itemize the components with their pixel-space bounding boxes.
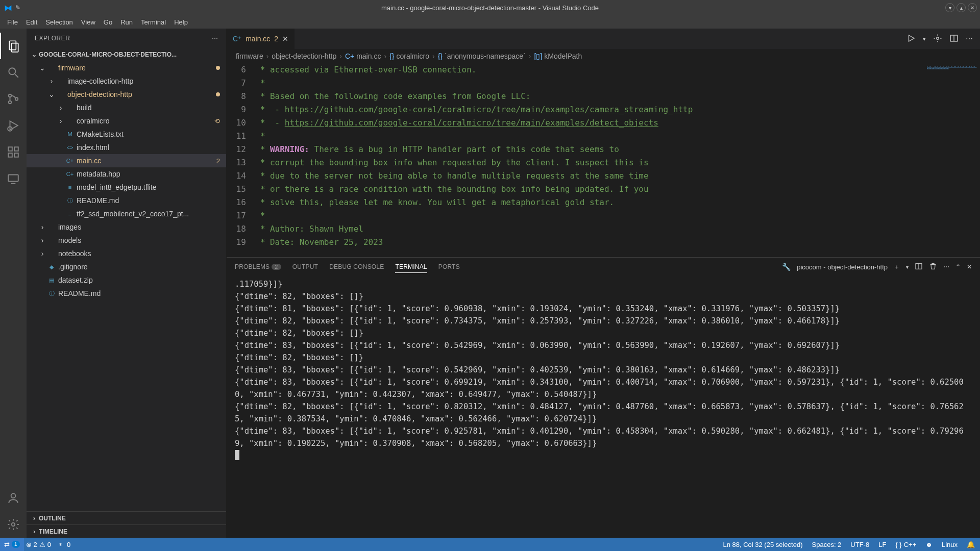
more-icon[interactable]: ⋯ (966, 35, 973, 43)
chevron-right-icon: › (38, 223, 47, 231)
menu-edit[interactable]: Edit (22, 18, 41, 26)
status-ports[interactable]: ᯤ0 (58, 541, 70, 548)
file-icon: C+ (65, 158, 75, 164)
run-icon[interactable] (906, 34, 916, 44)
tree-label: main.cc (77, 157, 213, 165)
tab-problems[interactable]: PROBLEMS2 (235, 261, 281, 272)
status-os[interactable]: Linux (942, 541, 958, 548)
folder-root[interactable]: ⌄ GOOGLE-CORAL-MICRO-OBJECT-DETECTIO... (27, 48, 226, 61)
folder-image-collection-http[interactable]: ›image-collection-http (27, 74, 226, 88)
svg-marker-17 (909, 35, 915, 41)
remote-indicator[interactable]: ⇄1 (0, 538, 24, 551)
settings-gear-icon[interactable] (0, 511, 27, 538)
menu-run[interactable]: Run (116, 18, 137, 26)
status-eol[interactable]: LF (878, 541, 886, 548)
maximize-button[interactable]: ▴ (957, 3, 966, 12)
tab-output[interactable]: OUTPUT (292, 261, 318, 272)
tree-label: object-detection-http (67, 90, 213, 98)
tree-label: tf2_ssd_mobilenet_v2_coco17_pt... (77, 210, 220, 218)
file-dataset-zip[interactable]: ▤dataset.zip (27, 273, 226, 287)
svg-point-5 (9, 101, 11, 104)
close-tab-icon[interactable]: ✕ (282, 35, 288, 43)
status-selection[interactable]: Ln 88, Col 32 (25 selected) (723, 541, 802, 548)
menu-view[interactable]: View (77, 18, 100, 26)
menu-go[interactable]: Go (100, 18, 116, 26)
folder-coralmicro[interactable]: ›coralmicro⟲ (27, 114, 226, 128)
folder-build[interactable]: ›build (27, 101, 226, 114)
status-spaces[interactable]: Spaces: 2 (812, 541, 842, 548)
chevron-down-icon: ⌄ (30, 51, 39, 58)
remote-explorer-icon[interactable] (0, 165, 27, 192)
file-metadata-hpp[interactable]: C+metadata.hpp (27, 167, 226, 181)
tree-label: CMakeLists.txt (77, 130, 220, 138)
search-icon[interactable] (0, 59, 27, 86)
file-index-html[interactable]: <>index.html (27, 141, 226, 154)
menu-file[interactable]: File (3, 18, 22, 26)
notifications-icon[interactable]: 🔔 (967, 541, 975, 548)
file-model-int8-edgetpu-tflite[interactable]: ≡model_int8_edgetpu.tflite (27, 181, 226, 194)
outline-section[interactable]: › OUTLINE (27, 511, 226, 524)
status-errors[interactable]: ⊗2⚠0 (26, 541, 51, 548)
more-icon[interactable]: ⋯ (943, 263, 949, 270)
folder-firmware[interactable]: ⌄firmware (27, 61, 226, 74)
menu-terminal[interactable]: Terminal (137, 18, 170, 26)
minimap[interactable]: █▃▄▅▇█▃▄ ▃▄▅▇█▃▄▅█▃▄▅▇█▃▄▅▇█▃▄▅▇█▃▄█▃▄▅▇… (924, 63, 980, 257)
close-panel-icon[interactable]: ✕ (967, 263, 972, 270)
file-readme-md[interactable]: ⓘREADME.md (27, 194, 226, 207)
tab-main-cc[interactable]: C⁺ main.cc 2 ✕ (227, 29, 295, 49)
breadcrumb-item[interactable]: {}coralmicro (389, 52, 429, 60)
file--gitignore[interactable]: ◆.gitignore (27, 260, 226, 273)
breadcrumb-item[interactable]: {}`anonymous-namespace` (438, 52, 526, 60)
file-readme-md[interactable]: ⓘREADME.md (27, 287, 226, 300)
editor-area: C⁺ main.cc 2 ✕ ▾ ⋯ firmware›object-detec… (227, 29, 980, 538)
folder-models[interactable]: ›models (27, 234, 226, 247)
status-encoding[interactable]: UTF-8 (850, 541, 869, 548)
tab-badge: 2 (274, 35, 278, 43)
tab-debug-console[interactable]: DEBUG CONSOLE (329, 261, 384, 272)
explorer-icon[interactable] (0, 33, 27, 59)
tab-ports[interactable]: PORTS (438, 261, 460, 272)
terminal-output[interactable]: .117059}]} {"dtime": 82, "bboxes": []} {… (227, 276, 980, 538)
file-cmakelists-txt[interactable]: MCMakeLists.txt (27, 128, 226, 141)
breadcrumb[interactable]: firmware›object-detection-http›C+main.cc… (227, 49, 980, 63)
more-icon[interactable]: ⋯ (212, 35, 218, 42)
extensions-icon[interactable] (0, 139, 27, 165)
split-terminal-icon[interactable] (915, 262, 923, 272)
timeline-section[interactable]: › TIMELINE (27, 524, 226, 538)
chevron-down-icon[interactable]: ▾ (906, 264, 909, 270)
sidebar: EXPLORER ⋯ ⌄ GOOGLE-CORAL-MICRO-OBJECT-D… (27, 29, 227, 538)
chevron-right-icon: › (30, 528, 39, 535)
file-main-cc[interactable]: C+main.cc2 (27, 154, 226, 167)
terminal-task-label[interactable]: picocom - object-detection-http (797, 263, 888, 271)
svg-point-15 (11, 493, 16, 498)
breadcrumb-item[interactable]: firmware (236, 52, 263, 60)
new-terminal-icon[interactable]: ＋ (894, 263, 900, 271)
folder-notebooks[interactable]: ›notebooks (27, 247, 226, 260)
breadcrumb-item[interactable]: object-detection-http (272, 52, 336, 60)
status-tweet[interactable]: ☻ (925, 541, 933, 548)
run-debug-icon[interactable] (0, 112, 27, 139)
trash-icon[interactable] (929, 262, 937, 272)
menu-selection[interactable]: Selection (41, 18, 77, 26)
code-content[interactable]: * accessed via Ethernet-over-USB connect… (255, 63, 980, 257)
source-control-icon[interactable] (0, 86, 27, 112)
settings-icon[interactable] (933, 34, 942, 44)
chevron-up-icon[interactable]: ⌃ (955, 263, 961, 270)
close-window-button[interactable]: ✕ (968, 3, 977, 12)
folder-object-detection-http[interactable]: ⌄object-detection-http (27, 88, 226, 101)
breadcrumb-item[interactable]: C+main.cc (345, 52, 381, 60)
chevron-down-icon[interactable]: ▾ (923, 36, 926, 42)
file-tf2-ssd-mobilenet-v2-coco17-pt-[interactable]: ≡tf2_ssd_mobilenet_v2_coco17_pt... (27, 207, 226, 220)
folder-images[interactable]: ›images (27, 220, 226, 234)
breadcrumb-item[interactable]: [▯]kModelPath (534, 52, 582, 60)
menu-help[interactable]: Help (170, 18, 192, 26)
svg-point-16 (12, 523, 15, 527)
accounts-icon[interactable] (0, 485, 27, 511)
minimize-button[interactable]: ▾ (945, 3, 954, 12)
split-editor-icon[interactable] (949, 34, 959, 44)
tree-label: notebooks (58, 249, 220, 258)
status-language[interactable]: { }C++ (895, 541, 916, 548)
pin-icon[interactable]: ✎ (15, 4, 20, 11)
tab-terminal[interactable]: TERMINAL (395, 261, 427, 273)
code-editor[interactable]: 678910111213141516171819 * accessed via … (227, 63, 980, 257)
